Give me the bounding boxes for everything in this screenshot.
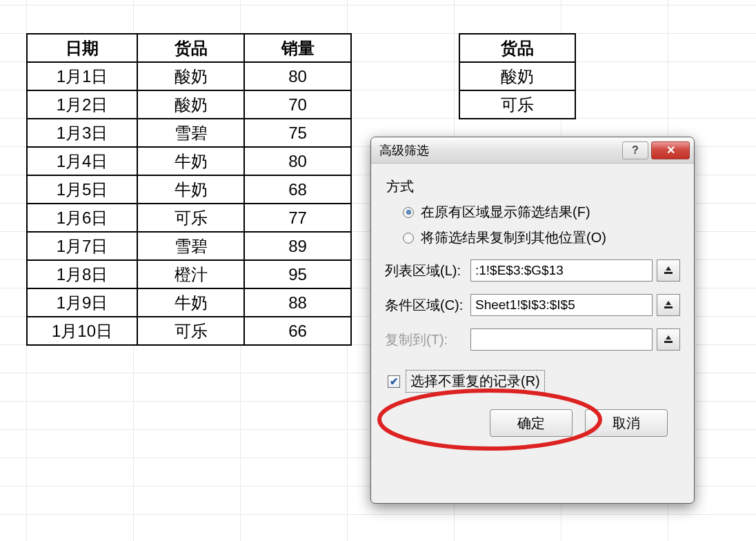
cell[interactable]: 89 xyxy=(244,232,351,260)
criteria-header[interactable]: 货品 xyxy=(459,34,575,62)
list-range-input[interactable] xyxy=(470,259,653,282)
criteria-range-picker-button[interactable] xyxy=(657,294,680,316)
cell[interactable]: 1月2日 xyxy=(27,90,137,119)
advanced-filter-dialog: 高级筛选 ? ✕ 方式 在原有区域显示筛选结果(F) 将筛选结果复制到其他位置(… xyxy=(370,137,695,504)
cell[interactable]: 1月3日 xyxy=(27,119,137,147)
cell[interactable]: 1月4日 xyxy=(27,147,137,175)
cell[interactable]: 橙汁 xyxy=(137,260,244,288)
col-date-header[interactable]: 日期 xyxy=(27,34,137,62)
table-row[interactable]: 酸奶 xyxy=(459,62,575,90)
radio-copy-to-location[interactable]: 将筛选结果复制到其他位置(O) xyxy=(403,228,680,247)
range-picker-icon xyxy=(663,265,674,276)
criteria-table[interactable]: 货品 酸奶可乐 xyxy=(459,33,576,119)
method-group-label: 方式 xyxy=(386,177,680,196)
cell[interactable]: 1月5日 xyxy=(27,175,137,204)
criteria-range-label: 条件区域(C): xyxy=(385,296,470,315)
col-item-header[interactable]: 货品 xyxy=(137,34,244,62)
cell[interactable]: 牛奶 xyxy=(137,175,244,204)
close-icon: ✕ xyxy=(666,144,675,157)
svg-rect-0 xyxy=(664,272,673,274)
list-range-row: 列表区域(L): xyxy=(385,259,680,282)
cell[interactable]: 95 xyxy=(244,260,351,288)
cell[interactable]: 1月1日 xyxy=(27,62,137,90)
range-picker-icon xyxy=(663,299,674,311)
list-range-label: 列表区域(L): xyxy=(385,262,470,280)
table-row[interactable]: 1月1日酸奶80 xyxy=(27,62,351,90)
dialog-titlebar[interactable]: 高级筛选 ? ✕ xyxy=(371,137,694,164)
ok-button[interactable]: 确定 xyxy=(490,409,573,437)
cell[interactable]: 1月9日 xyxy=(27,288,137,317)
table-header-row: 日期 货品 销量 xyxy=(27,34,351,62)
dialog-title: 高级筛选 xyxy=(379,142,619,159)
radio-label: 将筛选结果复制到其他位置(O) xyxy=(421,228,606,247)
data-table[interactable]: 日期 货品 销量 1月1日酸奶801月2日酸奶701月3日雪碧751月4日牛奶8… xyxy=(26,33,352,346)
list-range-picker-button[interactable] xyxy=(657,259,680,282)
criteria-range-input[interactable] xyxy=(470,294,653,316)
cell[interactable]: 68 xyxy=(244,175,351,204)
copy-to-label: 复制到(T): xyxy=(385,331,470,349)
radio-icon xyxy=(403,207,414,218)
cell[interactable]: 1月7日 xyxy=(27,232,137,260)
help-button[interactable]: ? xyxy=(622,141,648,159)
table-row[interactable]: 1月9日牛奶88 xyxy=(27,288,351,317)
copy-to-row: 复制到(T): xyxy=(385,328,680,351)
cell[interactable]: 牛奶 xyxy=(137,288,244,317)
cell[interactable]: 雪碧 xyxy=(137,232,244,260)
table-row[interactable]: 1月4日牛奶80 xyxy=(27,147,351,175)
criteria-range-row: 条件区域(C): xyxy=(385,294,680,316)
cell[interactable]: 酸奶 xyxy=(459,62,575,90)
table-row[interactable]: 1月10日可乐66 xyxy=(27,317,351,345)
cell[interactable]: 牛奶 xyxy=(137,147,244,175)
table-row[interactable]: 1月2日酸奶70 xyxy=(27,90,351,119)
table-row[interactable]: 可乐 xyxy=(459,90,575,119)
cell[interactable]: 75 xyxy=(244,119,351,147)
cancel-button[interactable]: 取消 xyxy=(585,409,668,437)
cell[interactable]: 酸奶 xyxy=(137,90,244,119)
table-row[interactable]: 1月8日橙汁95 xyxy=(27,260,351,288)
copy-to-input xyxy=(470,328,653,351)
unique-records-row[interactable]: ✔ 选择不重复的记录(R) xyxy=(388,370,680,393)
cell[interactable]: 可乐 xyxy=(459,90,575,119)
range-picker-icon xyxy=(663,334,674,345)
col-qty-header[interactable]: 销量 xyxy=(244,34,351,62)
radio-label: 在原有区域显示筛选结果(F) xyxy=(421,203,590,222)
cell[interactable]: 酸奶 xyxy=(137,62,244,90)
cell[interactable]: 雪碧 xyxy=(137,119,244,147)
unique-records-label: 选择不重复的记录(R) xyxy=(406,370,545,393)
cell[interactable]: 可乐 xyxy=(137,317,244,345)
table-row[interactable]: 1月3日雪碧75 xyxy=(27,119,351,147)
table-row[interactable]: 1月7日雪碧89 xyxy=(27,232,351,260)
radio-filter-in-place[interactable]: 在原有区域显示筛选结果(F) xyxy=(403,203,680,222)
cell[interactable]: 可乐 xyxy=(137,204,244,232)
cell[interactable]: 80 xyxy=(244,62,351,90)
svg-rect-2 xyxy=(664,341,673,343)
radio-icon xyxy=(403,233,414,244)
cell[interactable]: 66 xyxy=(244,317,351,345)
cell[interactable]: 80 xyxy=(244,147,351,175)
cell[interactable]: 1月10日 xyxy=(27,317,137,345)
checkbox-icon: ✔ xyxy=(388,375,400,388)
close-button[interactable]: ✕ xyxy=(651,141,690,159)
cell[interactable]: 1月8日 xyxy=(27,260,137,288)
copy-to-picker-button[interactable] xyxy=(657,328,680,351)
cell[interactable]: 1月6日 xyxy=(27,204,137,232)
cell[interactable]: 88 xyxy=(244,288,351,317)
svg-rect-1 xyxy=(664,306,673,308)
cell[interactable]: 70 xyxy=(244,90,351,119)
table-row[interactable]: 1月6日可乐77 xyxy=(27,204,351,232)
table-row[interactable]: 1月5日牛奶68 xyxy=(27,175,351,204)
cell[interactable]: 77 xyxy=(244,204,351,232)
